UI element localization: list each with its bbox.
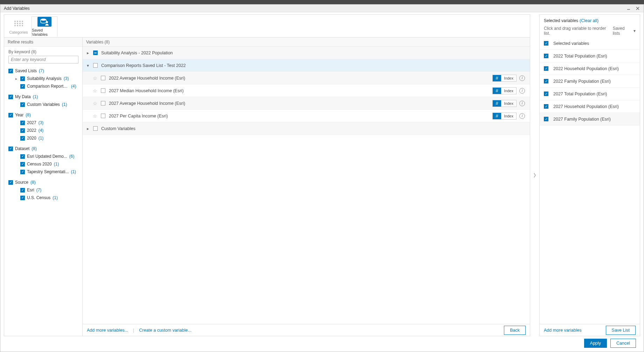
filter-item-checkbox[interactable] bbox=[20, 84, 25, 89]
selected-variables-panel: Selected variables (Clear all) Click and… bbox=[539, 14, 640, 336]
refine-panel: Refine results By keyword (8) Saved List… bbox=[4, 38, 83, 336]
selected-item-checkbox[interactable] bbox=[544, 92, 548, 96]
index-badge[interactable]: #Index bbox=[492, 75, 517, 82]
variable-row[interactable]: ☆ 2022 Average Household Income (Esri) #… bbox=[83, 72, 530, 84]
star-icon[interactable]: ☆ bbox=[92, 101, 97, 106]
variables-footer: Add more variables... | Create a custom … bbox=[83, 324, 530, 336]
minimize-button[interactable] bbox=[624, 5, 633, 12]
star-icon[interactable]: ☆ bbox=[92, 113, 97, 119]
tab-categories[interactable]: Categories bbox=[6, 16, 32, 36]
select-all-checkbox[interactable] bbox=[544, 41, 548, 46]
create-custom-variable-link[interactable]: Create a custom variable... bbox=[139, 328, 191, 333]
group-checkbox[interactable] bbox=[93, 50, 98, 55]
refine-header: Refine results bbox=[4, 38, 82, 47]
filter-mydata-checkbox[interactable] bbox=[8, 95, 13, 99]
caret-icon[interactable]: ▸ bbox=[15, 77, 18, 81]
svg-point-13 bbox=[19, 25, 21, 26]
filter-item-checkbox[interactable] bbox=[20, 128, 25, 133]
selected-item-row[interactable]: 2027 Family Population (Esri) bbox=[540, 113, 640, 126]
filter-item-checkbox[interactable] bbox=[20, 162, 25, 167]
database-person-icon bbox=[37, 17, 51, 27]
index-badge[interactable]: #Index bbox=[492, 87, 517, 94]
keyword-input[interactable] bbox=[8, 56, 78, 63]
group-checkbox[interactable] bbox=[93, 126, 98, 131]
selected-item-checkbox[interactable] bbox=[544, 79, 548, 83]
variable-group-row[interactable]: ▸ Custom Variables bbox=[83, 122, 530, 135]
index-badge[interactable]: #Index bbox=[492, 100, 517, 107]
selected-item-row[interactable]: 2022 Family Population (Esri) bbox=[540, 75, 640, 88]
filter-source-checkbox[interactable] bbox=[8, 180, 13, 185]
selected-item-row[interactable]: 2022 Total Population (Esri) bbox=[540, 50, 640, 62]
drag-hint: Click and drag variable to reorder list. bbox=[544, 26, 613, 36]
window-title: Add Variables bbox=[4, 6, 624, 11]
group-checkbox[interactable] bbox=[93, 63, 98, 68]
back-button[interactable]: Back bbox=[504, 326, 526, 335]
expand-icon[interactable]: ▸ bbox=[86, 126, 90, 131]
title-bar: Add Variables bbox=[0, 5, 644, 12]
info-icon[interactable]: i bbox=[519, 113, 525, 119]
variable-row[interactable]: ☆ 2027 Per Capita Income (Esri) #Indexi bbox=[83, 110, 530, 122]
svg-point-9 bbox=[19, 23, 21, 24]
close-button[interactable] bbox=[633, 5, 642, 12]
filter-item-checkbox[interactable] bbox=[20, 154, 25, 159]
variable-row[interactable]: ☆ 2027 Average Household Income (Esri) #… bbox=[83, 97, 530, 110]
filter-item-checkbox[interactable] bbox=[20, 170, 25, 174]
selected-item-row[interactable]: 2027 Household Population (Esri) bbox=[540, 100, 640, 113]
filter-item-checkbox[interactable] bbox=[20, 121, 25, 125]
variable-row[interactable]: ☆ 2027 Median Household Income (Esri) #I… bbox=[83, 84, 530, 97]
selected-header-row: Selected variables bbox=[540, 37, 640, 50]
main-panel: Categories Saved Variables bbox=[4, 14, 530, 336]
info-icon[interactable]: i bbox=[519, 101, 525, 106]
svg-point-14 bbox=[22, 25, 23, 26]
apply-button[interactable]: Apply bbox=[584, 339, 607, 348]
variable-group-row[interactable]: ▾ Comparison Reports Saved List - Test 2… bbox=[83, 59, 530, 72]
svg-point-7 bbox=[14, 23, 16, 24]
variables-header: Variables (8) bbox=[83, 38, 530, 47]
star-icon[interactable]: ☆ bbox=[92, 75, 97, 81]
variable-checkbox[interactable] bbox=[101, 88, 105, 93]
filter-dataset-checkbox[interactable] bbox=[8, 147, 13, 151]
saved-lists-dropdown[interactable]: Saved lists▾ bbox=[613, 26, 636, 36]
filter-year-checkbox[interactable] bbox=[8, 113, 13, 117]
svg-point-3 bbox=[14, 21, 16, 22]
chevron-down-icon: ▾ bbox=[633, 28, 636, 33]
cancel-button[interactable]: Cancel bbox=[610, 339, 636, 348]
selected-item-checkbox[interactable] bbox=[544, 117, 548, 121]
filter-item-checkbox[interactable] bbox=[20, 196, 25, 200]
info-icon[interactable]: i bbox=[519, 88, 525, 94]
filter-item-checkbox[interactable] bbox=[20, 188, 25, 192]
tabs-row: Categories Saved Variables bbox=[4, 15, 530, 37]
selected-item-checkbox[interactable] bbox=[544, 54, 548, 58]
info-icon[interactable]: i bbox=[519, 75, 525, 81]
star-icon[interactable]: ☆ bbox=[92, 88, 97, 94]
add-variables-dialog: Add Variables bbox=[0, 4, 644, 352]
svg-point-5 bbox=[19, 21, 21, 22]
variable-checkbox[interactable] bbox=[101, 101, 105, 106]
variables-panel: Variables (8) ▸ Suitability Analysis - 2… bbox=[83, 38, 530, 336]
filter-savedlists-checkbox[interactable] bbox=[8, 69, 13, 73]
clear-all-link[interactable]: (Clear all) bbox=[580, 18, 598, 23]
index-badge[interactable]: #Index bbox=[492, 113, 517, 120]
add-more-variables-link[interactable]: Add more variables... bbox=[87, 328, 128, 333]
variable-group-row[interactable]: ▸ Suitability Analysis - 2022 Population bbox=[83, 47, 530, 59]
variable-checkbox[interactable] bbox=[101, 114, 105, 118]
selected-item-checkbox[interactable] bbox=[544, 66, 548, 71]
selected-item-checkbox[interactable] bbox=[544, 104, 548, 109]
selected-item-row[interactable]: 2027 Total Population (Esri) bbox=[540, 88, 640, 100]
tab-saved-label: Saved Variables bbox=[32, 28, 57, 36]
expand-icon[interactable]: ▸ bbox=[86, 50, 90, 55]
filter-item-checkbox[interactable] bbox=[20, 76, 25, 81]
add-more-variables-link[interactable]: Add more variables bbox=[544, 328, 582, 333]
svg-point-4 bbox=[17, 21, 18, 22]
svg-point-6 bbox=[22, 21, 23, 22]
collapse-icon[interactable]: ▾ bbox=[86, 63, 90, 68]
variable-checkbox[interactable] bbox=[101, 76, 105, 80]
filter-item-checkbox[interactable] bbox=[20, 102, 25, 107]
tab-saved-variables[interactable]: Saved Variables bbox=[32, 16, 57, 37]
save-list-button[interactable]: Save List bbox=[606, 326, 636, 335]
filter-item-checkbox[interactable] bbox=[20, 136, 25, 141]
collapse-right-panel-button[interactable] bbox=[532, 14, 537, 336]
svg-point-15 bbox=[41, 19, 46, 21]
selected-item-row[interactable]: 2022 Household Population (Esri) bbox=[540, 62, 640, 75]
svg-point-16 bbox=[46, 21, 48, 23]
